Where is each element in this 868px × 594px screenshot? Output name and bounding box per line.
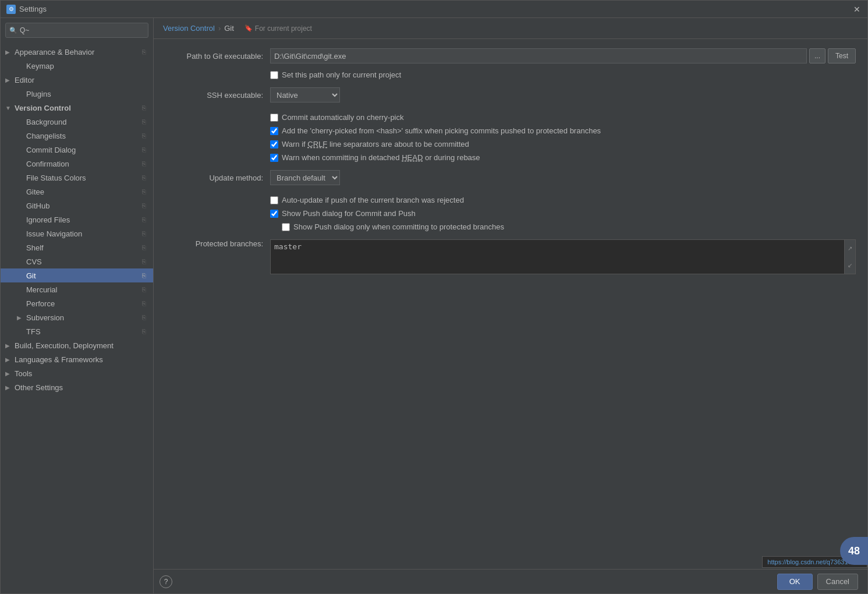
sidebar-tree: ▶ Appearance & Behavior ⎘ Keymap ▶ Edito… (1, 43, 153, 593)
test-button[interactable]: Test (828, 48, 856, 63)
update-method-dropdown[interactable]: Branch default Merge Rebase (270, 170, 340, 185)
cherry-pick-text: Add the 'cherry-picked from <hash>' suff… (282, 126, 601, 135)
show-push-protected-checkbox[interactable] (282, 223, 290, 231)
sidebar: 🔍 ▶ Appearance & Behavior ⎘ Keymap ▶ (1, 18, 154, 593)
show-push-protected-label[interactable]: Show Push dialog only when committing to… (282, 222, 504, 231)
collapse-button[interactable]: ↙ (845, 257, 855, 274)
settings-window: ⚙ Settings ✕ 🔍 ▶ Appearance & Behavior ⎘ (0, 0, 868, 594)
auto-update-checkbox[interactable] (270, 196, 278, 204)
sidebar-item-other-settings[interactable]: ▶ Other Settings (1, 380, 153, 394)
search-input[interactable] (20, 26, 144, 34)
show-push-dialog-checkbox[interactable] (270, 210, 278, 218)
sidebar-item-shelf[interactable]: Shelf ⎘ (1, 241, 153, 254)
sidebar-item-ignored-files[interactable]: Ignored Files ⎘ (1, 213, 153, 227)
sidebar-item-label: Issue Navigation (26, 229, 139, 238)
sidebar-item-label: CVS (26, 257, 139, 266)
sidebar-item-plugins[interactable]: Plugins (1, 87, 153, 101)
copy-icon: ⎘ (139, 257, 148, 266)
show-push-dialog-label[interactable]: Show Push dialog for Commit and Push (270, 209, 416, 218)
auto-update-row: Auto-update if push of the current branc… (165, 196, 856, 204)
expand-button[interactable]: ↗ (845, 240, 855, 257)
cherry-pick-label[interactable]: Add the 'cherry-picked from <hash>' suff… (270, 126, 601, 135)
update-method-label: Update method: (165, 174, 270, 182)
sidebar-item-label: TFS (26, 327, 139, 336)
auto-update-label[interactable]: Auto-update if push of the current branc… (270, 196, 464, 204)
cancel-button[interactable]: Cancel (817, 574, 858, 590)
title-bar: ⚙ Settings ✕ (1, 1, 867, 18)
sidebar-item-label: Ignored Files (26, 215, 139, 224)
copy-icon: ⎘ (139, 271, 148, 280)
sidebar-item-label: Version Control (15, 104, 139, 112)
copy-icon: ⎘ (139, 103, 148, 112)
detached-head-label[interactable]: Warn when committing in detached HEAD or… (270, 153, 480, 162)
detached-head-checkbox[interactable] (270, 154, 278, 162)
sidebar-item-git[interactable]: Git ⎘ (1, 268, 153, 282)
sidebar-item-tfs[interactable]: TFS ⎘ (1, 324, 153, 338)
copy-icon: ⎘ (139, 243, 148, 252)
crlf-text: Warn if CRLF line separators are about t… (282, 140, 469, 148)
auto-update-text: Auto-update if push of the current branc… (282, 196, 464, 204)
toggle-icon: ▼ (5, 105, 15, 111)
sidebar-item-appearance[interactable]: ▶ Appearance & Behavior ⎘ (1, 45, 153, 59)
sidebar-item-version-control[interactable]: ▼ Version Control ⎘ (1, 101, 153, 115)
sidebar-item-commit-dialog[interactable]: Commit Dialog ⎘ (1, 143, 153, 157)
sidebar-item-label: Shelf (26, 243, 139, 252)
sidebar-item-label: Git (26, 271, 139, 280)
show-push-dialog-text: Show Push dialog for Commit and Push (282, 209, 416, 218)
commit-auto-text: Commit automatically on cherry-pick (282, 113, 404, 122)
copy-icon: ⎘ (139, 215, 148, 224)
set-path-checkbox[interactable] (270, 71, 278, 79)
sidebar-item-label: Plugins (26, 90, 148, 98)
copy-icon: ⎘ (139, 285, 148, 294)
breadcrumb-version-control[interactable]: Version Control (163, 24, 215, 33)
ssh-row: SSH executable: Native Built-in (165, 87, 856, 102)
sidebar-item-cvs[interactable]: CVS ⎘ (1, 254, 153, 268)
sidebar-item-file-status-colors[interactable]: File Status Colors ⎘ (1, 171, 153, 185)
toggle-icon: ▶ (5, 384, 15, 391)
help-button[interactable]: ? (160, 575, 172, 588)
sidebar-item-label: Tools (15, 369, 148, 378)
sidebar-item-label: GitHub (26, 201, 139, 210)
cherry-pick-row: Add the 'cherry-picked from <hash>' suff… (165, 126, 856, 135)
sidebar-item-gitee[interactable]: Gitee ⎘ (1, 185, 153, 199)
sidebar-item-editor[interactable]: ▶ Editor (1, 73, 153, 87)
ok-button[interactable]: OK (777, 574, 813, 590)
sidebar-item-confirmation[interactable]: Confirmation ⎘ (1, 157, 153, 171)
crlf-label[interactable]: Warn if CRLF line separators are about t… (270, 140, 469, 148)
sidebar-item-background[interactable]: Background ⎘ (1, 115, 153, 129)
sidebar-item-languages-frameworks[interactable]: ▶ Languages & Frameworks (1, 352, 153, 366)
copy-icon: ⎘ (139, 201, 148, 210)
close-button[interactable]: ✕ (852, 5, 862, 14)
cherry-pick-checkbox[interactable] (270, 127, 278, 135)
sidebar-item-label: Editor (15, 76, 148, 84)
sidebar-item-subversion[interactable]: ▶ Subversion ⎘ (1, 310, 153, 324)
sidebar-item-build-execution[interactable]: ▶ Build, Execution, Deployment (1, 338, 153, 352)
commit-auto-label[interactable]: Commit automatically on cherry-pick (270, 113, 404, 122)
sidebar-item-changelists[interactable]: Changelists ⎘ (1, 129, 153, 143)
sidebar-item-perforce[interactable]: Perforce ⎘ (1, 296, 153, 310)
crlf-row: Warn if CRLF line separators are about t… (165, 140, 856, 148)
copy-icon: ⎘ (139, 187, 148, 196)
window-title: Settings (19, 5, 47, 13)
browse-button[interactable]: ... (809, 48, 826, 63)
crlf-checkbox[interactable] (270, 140, 278, 148)
search-box[interactable]: 🔍 (5, 23, 148, 38)
copy-icon: ⎘ (139, 327, 148, 336)
sidebar-item-github[interactable]: GitHub ⎘ (1, 199, 153, 213)
set-path-label[interactable]: Set this path only for current project (270, 70, 401, 79)
notification-badge[interactable]: 48 (840, 537, 868, 565)
sidebar-item-tools[interactable]: ▶ Tools (1, 366, 153, 380)
sidebar-item-keymap[interactable]: Keymap (1, 59, 153, 73)
bottom-bar: ? OK Cancel https://blog.csdn.net/q73631… (154, 569, 867, 593)
show-push-protected-row: Show Push dialog only when committing to… (165, 222, 856, 231)
copy-icon: ⎘ (139, 145, 148, 154)
protected-branches-wrapper: master ↗ ↙ (270, 239, 856, 274)
update-method-row: Update method: Branch default Merge Reba… (165, 170, 856, 185)
path-input[interactable] (270, 48, 807, 63)
sidebar-item-issue-navigation[interactable]: Issue Navigation ⎘ (1, 227, 153, 241)
ssh-dropdown[interactable]: Native Built-in (270, 87, 340, 102)
sidebar-item-mercurial[interactable]: Mercurial ⎘ (1, 282, 153, 296)
commit-auto-checkbox[interactable] (270, 114, 278, 122)
protected-branches-input[interactable]: master (270, 239, 845, 274)
toggle-icon: ▶ (5, 77, 15, 83)
